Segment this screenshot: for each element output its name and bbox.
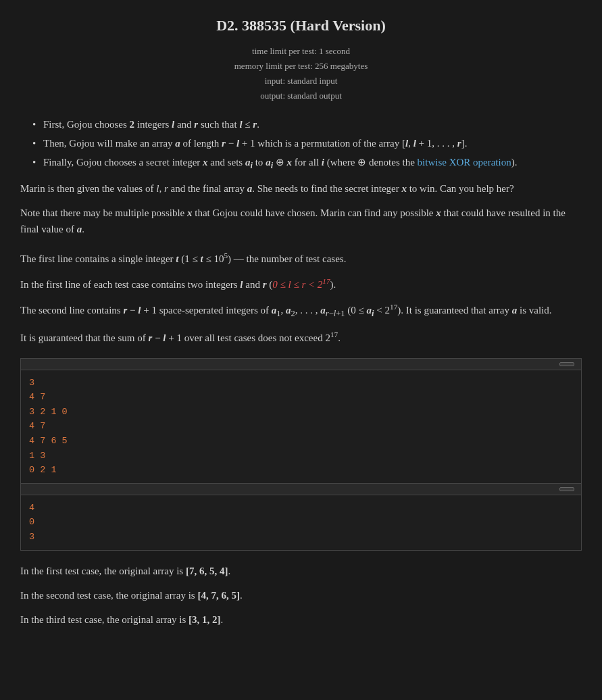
input-copy-button[interactable]	[559, 362, 574, 366]
input-paragraph-2: In the first line of each test case cont…	[20, 275, 582, 293]
meta-info: time limit per test: 1 second memory lim…	[20, 44, 582, 103]
note-paragraph-1: In the first test case, the original arr…	[20, 563, 582, 579]
note-paragraph-3: In the third test case, the original arr…	[20, 611, 582, 628]
output-code-content: 4 0 3	[21, 495, 581, 550]
bullet-item-2: Then, Gojou will make an array a of leng…	[32, 135, 582, 151]
bullet-item-3: Finally, Gojou chooses a secret integer …	[32, 154, 582, 172]
time-limit: time limit per test: 1 second	[20, 44, 582, 59]
output-copy-button[interactable]	[559, 487, 574, 491]
page-title: D2. 388535 (Hard Version)	[20, 14, 582, 37]
input-line-4: 4 7	[29, 419, 573, 434]
input-paragraph-1: The first line contains a single integer…	[20, 249, 582, 267]
output-line-2: 0	[29, 515, 573, 530]
input-code-header	[21, 359, 581, 370]
input-line-5: 4 7 6 5	[29, 434, 573, 449]
output-line-1: 4	[29, 501, 573, 516]
input-line-1: 3	[29, 376, 573, 391]
bullet-item-1: First, Gojou chooses 2 integers l and r …	[32, 116, 582, 132]
memory-limit: memory limit per test: 256 megabytes	[20, 59, 582, 74]
output-code-header	[21, 484, 581, 495]
output-type: output: standard output	[20, 89, 582, 103]
output-line-3: 3	[29, 530, 573, 545]
xor-link[interactable]: bitwise XOR operation	[418, 157, 511, 168]
bullet-list: First, Gojou chooses 2 integers l and r …	[32, 116, 582, 172]
note-paragraph-2: In the second test case, the original ar…	[20, 587, 582, 603]
output-code-block: 4 0 3	[20, 484, 582, 551]
input-line-3: 3 2 1 0	[29, 405, 573, 420]
input-line-6: 1 3	[29, 449, 573, 464]
input-line-2: 4 7	[29, 390, 573, 405]
input-line-7: 0 2 1	[29, 463, 573, 478]
input-paragraph-4: It is guaranteed that the sum of r − l +…	[20, 328, 582, 346]
input-code-block: 3 4 7 3 2 1 0 4 7 4 7 6 5 1 3 0 2 1	[20, 358, 582, 484]
paragraph-4: Note that there may be multiple possible…	[20, 205, 582, 237]
paragraph-3: Marin is then given the values of l, r a…	[20, 180, 582, 197]
input-type: input: standard input	[20, 74, 582, 89]
input-code-content: 3 4 7 3 2 1 0 4 7 4 7 6 5 1 3 0 2 1	[21, 370, 581, 483]
input-paragraph-3: The second line contains r − l + 1 space…	[20, 301, 582, 320]
